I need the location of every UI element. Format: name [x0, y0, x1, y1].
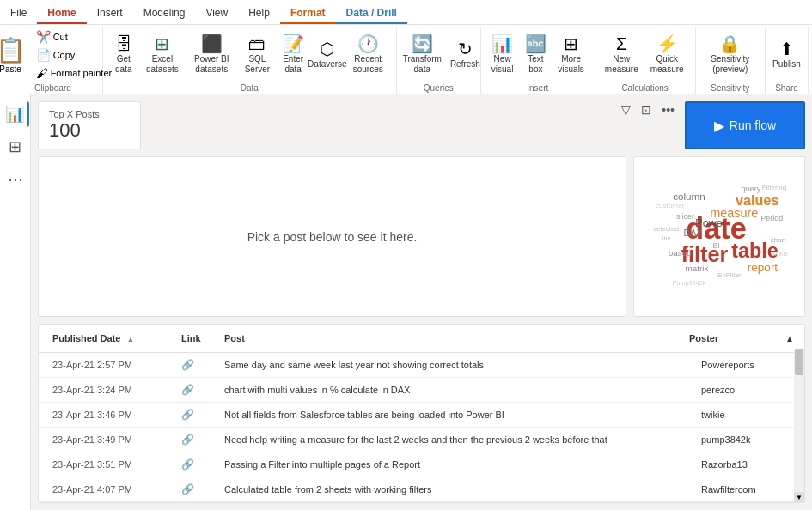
copy-label: Copy [53, 50, 76, 60]
table-row[interactable]: 23-Apr-21 3:49 PM 🔗 Need help writing a … [39, 428, 804, 452]
td-post: Not all fields from Salesforce tables ar… [217, 407, 694, 422]
word-bi2: EnFilter [717, 271, 742, 279]
enter-data-label: Enter data [280, 54, 306, 75]
td-published-date: 23-Apr-21 2:57 PM [46, 357, 174, 373]
more-visuals-button[interactable]: ⊞ More visuals [553, 33, 589, 76]
sidebar-item-report[interactable]: 📊 [2, 101, 29, 127]
data-group: 🗄 Get data ⊞ Excel datasets ⬛ Power BI d… [103, 27, 397, 94]
enter-data-button[interactable]: 📝 Enter data [277, 33, 309, 76]
word-dax: DAX [683, 228, 702, 238]
tab-insert[interactable]: Insert [87, 3, 133, 24]
quick-measure-button[interactable]: ⚡ Quick measure [644, 33, 690, 76]
new-visual-icon: 📊 [491, 35, 513, 52]
dataverse-label: Dataverse [308, 59, 347, 70]
td-published-date: 23-Apr-21 3:51 PM [46, 457, 174, 472]
td-poster: twikie [694, 407, 797, 422]
run-flow-button[interactable]: ▶ Run flow [714, 118, 776, 134]
new-visual-button[interactable]: 📊 New visual [486, 33, 519, 76]
table-row[interactable]: 23-Apr-21 2:57 PM 🔗 Same day and same we… [39, 353, 804, 378]
th-published-date[interactable]: Published Date ▲ [46, 330, 174, 347]
publish-button[interactable]: ⬆ Publish [769, 39, 804, 71]
run-flow-label: Run flow [730, 118, 776, 132]
run-flow-card[interactable]: ▶ Run flow [685, 101, 805, 149]
format-painter-icon: 🖌 [36, 66, 48, 80]
tab-view[interactable]: View [195, 3, 238, 24]
publish-label: Publish [772, 59, 801, 70]
word-cloud-card: date filter table values measure Power r… [633, 156, 805, 317]
paste-button[interactable]: 📋 Paste [0, 33, 31, 77]
table-row[interactable]: 23-Apr-21 3:46 PM 🔗 Not all fields from … [39, 403, 804, 428]
calculations-label: Calculations [621, 83, 668, 93]
word-bi: BI [712, 241, 720, 250]
share-label: Share [775, 83, 798, 93]
tab-modeling[interactable]: Modeling [133, 3, 196, 24]
td-link[interactable]: 🔗 [174, 481, 217, 498]
word-chart: chart [771, 236, 787, 244]
table-body: 23-Apr-21 2:57 PM 🔗 Same day and same we… [39, 353, 804, 502]
td-link[interactable]: 🔗 [174, 456, 217, 473]
table-row[interactable]: 23-Apr-21 3:24 PM 🔗 chart with multi val… [39, 378, 804, 403]
new-measure-button[interactable]: Σ New measure [601, 33, 643, 76]
dataverse-button[interactable]: ⬡ Dataverse [311, 39, 344, 71]
scroll-thumb[interactable] [795, 349, 803, 375]
tab-help[interactable]: Help [238, 3, 280, 24]
th-post[interactable]: Post [217, 330, 682, 347]
word-query: query [742, 185, 761, 193]
th-poster[interactable]: Poster [682, 330, 785, 347]
new-visual-label: New visual [490, 54, 516, 75]
main-content: Top X Posts 100 ▽ ⊡ ••• ▶ Run flow Pick … [31, 94, 812, 510]
play-icon: ▶ [714, 118, 724, 134]
td-poster: pump3842k [694, 432, 797, 447]
td-link[interactable]: 🔗 [174, 431, 217, 448]
clipboard-group: 📋 Paste ✂️ Cut 📄 Copy 🖌 Format painter [3, 27, 103, 94]
recent-sources-button[interactable]: 🕐 Recent sources [345, 33, 391, 76]
sensitivity-button[interactable]: 🔒 Sensitivity (preview) [701, 33, 760, 76]
th-link[interactable]: Link [174, 330, 217, 347]
tab-file[interactable]: File [0, 3, 37, 24]
refresh-button[interactable]: ↻ Refresh [449, 39, 480, 71]
ribbon: File Home Insert Modeling View Help Form… [0, 0, 812, 97]
transform-data-button[interactable]: 🔄 Transform data [396, 33, 448, 76]
get-data-button[interactable]: 🗄 Get data [108, 33, 139, 76]
excel-icon: ⊞ [155, 35, 169, 52]
td-link[interactable]: 🔗 [174, 381, 217, 398]
queries-label: Queries [424, 83, 454, 93]
ribbon-content: 📋 Paste ✂️ Cut 📄 Copy 🖌 Format painter [0, 24, 812, 96]
word-customer: customer [656, 202, 685, 209]
link-icon: 🔗 [181, 359, 194, 371]
sql-server-button[interactable]: 🗃 SQL Server [240, 33, 276, 76]
table-row[interactable]: 23-Apr-21 3:51 PM 🔗 Passing a Filter int… [39, 452, 804, 477]
word-line: line [661, 234, 670, 242]
more-options-icon[interactable]: ••• [658, 101, 678, 118]
table-row[interactable]: 23-Apr-21 4:07 PM 🔗 Calculated table fro… [39, 477, 804, 502]
text-box-button[interactable]: 🔤 Text box [520, 33, 551, 76]
word-matrix: matrix [686, 264, 709, 273]
tab-format[interactable]: Format [280, 3, 336, 24]
scroll-down-button[interactable]: ▼ [794, 492, 804, 502]
sidebar-item-table[interactable]: ⊞ [5, 134, 25, 160]
paste-icon: 📋 [0, 36, 26, 64]
tab-data-drill[interactable]: Data / Drill [336, 3, 407, 24]
td-published-date: 23-Apr-21 3:24 PM [46, 382, 174, 398]
expand-icon[interactable]: ⊡ [638, 101, 655, 118]
link-icon: 🔗 [181, 458, 194, 471]
filter-icon[interactable]: ▽ [618, 101, 634, 118]
sidebar-item-model[interactable]: ⋯ [4, 167, 27, 192]
td-link[interactable]: 🔗 [174, 406, 217, 423]
recent-sources-icon: 🕐 [357, 35, 379, 52]
excel-datasets-button[interactable]: ⊞ Excel datasets [141, 33, 184, 76]
td-poster: Powereports [694, 357, 797, 373]
cut-label: Cut [53, 32, 68, 42]
tab-home[interactable]: Home [37, 3, 86, 24]
power-bi-datasets-button[interactable]: ⬛ Power BI datasets [186, 33, 238, 76]
top-posts-title: Top X Posts [49, 109, 130, 119]
new-measure-label: New measure [604, 54, 639, 75]
link-icon: 🔗 [181, 409, 194, 421]
clipboard-label: Clipboard [34, 83, 71, 93]
excel-label: Excel datasets [144, 54, 180, 75]
scroll-up-icon[interactable]: ▲ [785, 334, 794, 343]
td-post: Calculated table from 2 sheets with work… [217, 482, 694, 497]
td-link[interactable]: 🔗 [174, 356, 217, 373]
pick-post-text: Pick a post below to see it here. [247, 230, 418, 244]
link-icon: 🔗 [181, 483, 194, 495]
